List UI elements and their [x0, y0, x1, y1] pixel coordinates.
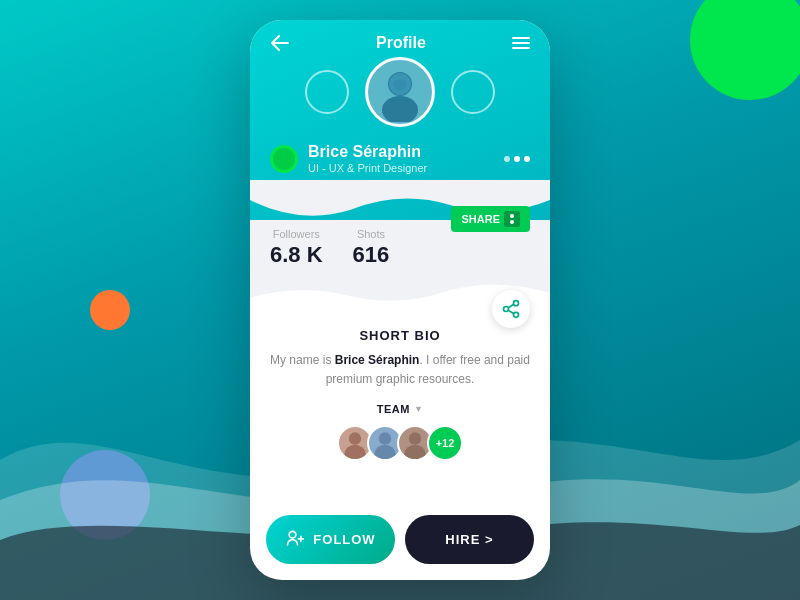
- chevron-down-icon: ▼: [414, 404, 423, 414]
- bg-circle-green: [690, 0, 800, 100]
- user-name: Brice Séraphin: [308, 143, 427, 161]
- stats-section: SHARE Followers 6.8 K Shots 616: [250, 220, 550, 308]
- phone-footer: FOLLOW HIRE >: [250, 515, 550, 580]
- followers-stat: Followers 6.8 K: [270, 228, 323, 268]
- bio-title: SHORT BIO: [359, 328, 440, 343]
- shots-stat: Shots 616: [353, 228, 390, 268]
- bg-circle-orange: [90, 290, 130, 330]
- follow-label: FOLLOW: [313, 532, 375, 547]
- story-circles: [270, 62, 530, 133]
- hire-label: HIRE >: [445, 532, 493, 547]
- back-button[interactable]: [270, 35, 290, 51]
- svg-line-7: [508, 310, 514, 314]
- dot-1: [504, 156, 510, 162]
- bio-text: My name is Brice Séraphin. I offer free …: [270, 351, 530, 389]
- bio-text-before: My name is: [270, 353, 335, 367]
- menu-line-2: [512, 42, 530, 44]
- bio-text-name: Brice Séraphin: [335, 353, 420, 367]
- dot-2: [514, 156, 520, 162]
- followers-label: Followers: [270, 228, 323, 240]
- svg-point-12: [409, 433, 421, 445]
- team-avatars: +12: [337, 425, 463, 461]
- menu-button[interactable]: [512, 37, 530, 49]
- hire-button[interactable]: HIRE >: [405, 515, 534, 564]
- svg-line-6: [508, 304, 514, 308]
- menu-line-1: [512, 37, 530, 39]
- share-label: SHARE: [461, 213, 500, 225]
- back-icon: [270, 35, 290, 51]
- avatar-image: [370, 62, 430, 122]
- share-button[interactable]: SHARE: [451, 206, 530, 232]
- share-network-icon: [501, 299, 521, 319]
- svg-point-9: [344, 445, 365, 461]
- svg-point-14: [289, 531, 296, 538]
- shots-value: 616: [353, 242, 390, 268]
- team-label-text: TEAM: [377, 403, 410, 415]
- share-circle-button[interactable]: [492, 290, 530, 328]
- share-dot-2: [510, 220, 514, 224]
- svg-point-10: [379, 433, 391, 445]
- svg-point-11: [374, 445, 395, 461]
- phone-card: Profile: [250, 20, 550, 580]
- followers-value: 6.8 K: [270, 242, 323, 268]
- share-dot-1: [510, 214, 514, 218]
- dot-3: [524, 156, 530, 162]
- follow-button[interactable]: FOLLOW: [266, 515, 395, 564]
- stats-row: Followers 6.8 K Shots 616: [270, 228, 530, 268]
- follow-icon: [285, 528, 305, 551]
- user-details: Brice Séraphin UI - UX & Print Designer: [308, 143, 427, 174]
- phone-top-section: Profile: [250, 20, 550, 220]
- story-circle-1[interactable]: [305, 70, 349, 114]
- svg-point-8: [349, 433, 361, 445]
- menu-line-3: [512, 47, 530, 49]
- user-info-row: Brice Séraphin UI - UX & Print Designer: [270, 133, 530, 180]
- team-avatar-count[interactable]: +12: [427, 425, 463, 461]
- person-add-icon: [285, 528, 305, 548]
- shots-label: Shots: [353, 228, 390, 240]
- more-options-dots[interactable]: [504, 156, 530, 162]
- main-avatar[interactable]: [365, 57, 435, 127]
- svg-point-13: [404, 445, 425, 461]
- story-circle-2[interactable]: [451, 70, 495, 114]
- phone-header: Profile: [270, 20, 530, 62]
- team-label[interactable]: TEAM ▼: [377, 403, 424, 415]
- share-icon: [504, 211, 520, 227]
- header-title: Profile: [376, 34, 426, 52]
- online-indicator: [270, 145, 298, 173]
- user-role: UI - UX & Print Designer: [308, 162, 427, 174]
- svg-point-1: [382, 96, 418, 122]
- user-identity: Brice Séraphin UI - UX & Print Designer: [270, 143, 427, 174]
- phone-body: SHORT BIO My name is Brice Séraphin. I o…: [250, 308, 550, 515]
